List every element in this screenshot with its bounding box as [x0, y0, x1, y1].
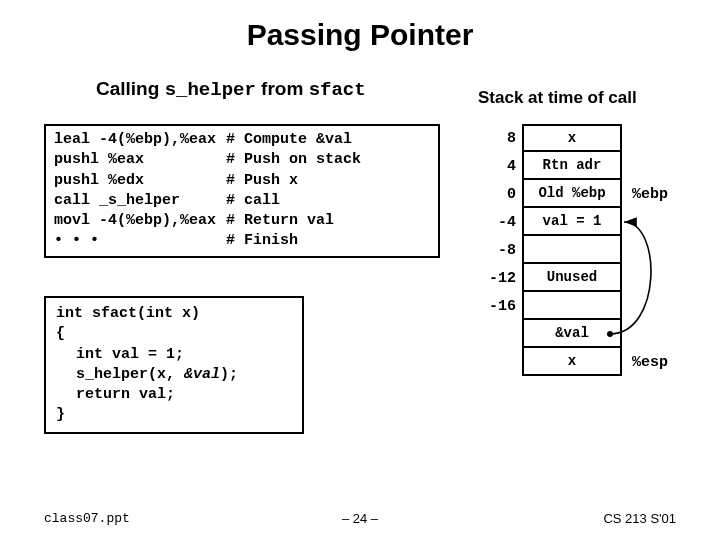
asm-comment: Return val	[244, 211, 430, 231]
asm-comment: Compute &val	[244, 130, 430, 150]
page-title: Passing Pointer	[0, 0, 720, 52]
subtitle-fn1: s_helper	[165, 79, 256, 101]
asm-instr: • • •	[54, 231, 226, 251]
stack-caption: Stack at time of call	[478, 88, 637, 108]
subtitle-pre: Calling	[96, 78, 165, 99]
asm-comment: call	[244, 191, 430, 211]
asm-instr: pushl %eax	[54, 150, 226, 170]
subtitle-fn2: sfact	[309, 79, 366, 101]
asm-row: pushl %eax # Push on stack	[54, 150, 430, 170]
assembly-box: leal -4(%ebp),%eax # Compute &val pushl …	[44, 124, 440, 258]
c-code-box: int sfact(int x) { int val = 1; s_helper…	[44, 296, 304, 434]
footer-left: class07.ppt	[44, 511, 130, 526]
asm-row: leal -4(%ebp),%eax # Compute &val	[54, 130, 430, 150]
asm-hash: #	[226, 130, 244, 150]
code-line: }	[56, 405, 292, 425]
asm-hash: #	[226, 191, 244, 211]
code-line: {	[56, 324, 292, 344]
code-emphasis: &val	[184, 366, 220, 383]
code-line: return val;	[56, 385, 292, 405]
asm-row: pushl %edx # Push x	[54, 171, 430, 191]
code-line: int sfact(int x)	[56, 304, 292, 324]
asm-comment: Push on stack	[244, 150, 430, 170]
asm-comment: Push x	[244, 171, 430, 191]
footer: class07.ppt – 24 – CS 213 S'01	[0, 511, 720, 526]
asm-comment: Finish	[244, 231, 430, 251]
asm-instr: pushl %edx	[54, 171, 226, 191]
asm-row: • • • # Finish	[54, 231, 430, 251]
code-frag: s_helper(x,	[76, 366, 184, 383]
footer-pagenum: – 24 –	[342, 511, 378, 526]
asm-instr: call _s_helper	[54, 191, 226, 211]
asm-row: call _s_helper # call	[54, 191, 430, 211]
pointer-arrow	[482, 124, 702, 384]
asm-hash: #	[226, 231, 244, 251]
asm-instr: leal -4(%ebp),%eax	[54, 130, 226, 150]
code-frag: );	[220, 366, 238, 383]
subtitle: Calling s_helper from sfact	[96, 78, 366, 101]
asm-hash: #	[226, 171, 244, 191]
footer-right: CS 213 S'01	[603, 511, 676, 526]
asm-hash: #	[226, 211, 244, 231]
code-line: int val = 1;	[56, 345, 292, 365]
asm-row: movl -4(%ebp),%eax # Return val	[54, 211, 430, 231]
code-line: s_helper(x, &val);	[56, 365, 292, 385]
asm-hash: #	[226, 150, 244, 170]
asm-instr: movl -4(%ebp),%eax	[54, 211, 226, 231]
subtitle-mid: from	[256, 78, 309, 99]
